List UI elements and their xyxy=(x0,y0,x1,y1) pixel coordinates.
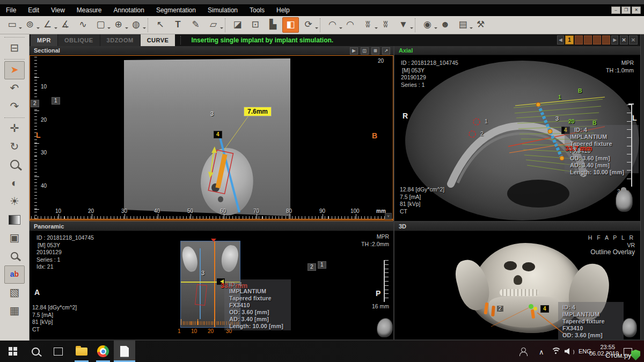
menu-tools[interactable]: Tools xyxy=(244,4,270,16)
teeth-auto-icon[interactable]: ʬ xyxy=(360,17,376,33)
report-icon[interactable]: ▤ xyxy=(455,17,471,33)
zoom-tool-icon[interactable] xyxy=(4,156,25,174)
pencil-draw-icon[interactable]: ✎ xyxy=(187,17,204,33)
file-explorer-button[interactable] xyxy=(71,341,92,362)
active-app-button[interactable] xyxy=(114,341,135,362)
grid-overlay-icon[interactable]: ⊕ xyxy=(110,17,127,33)
menu-file[interactable]: File xyxy=(0,4,22,16)
image-capture-select-icon[interactable]: ⊡ xyxy=(247,17,264,33)
implant-slot[interactable] xyxy=(575,35,583,45)
print-icon[interactable]: ⊟ xyxy=(4,39,25,57)
select-arrow-icon[interactable]: ↖ xyxy=(152,17,169,33)
capture-camera-icon[interactable]: ◉ xyxy=(419,17,436,33)
implant-number-tag[interactable]: 4 xyxy=(214,131,222,138)
tray-expand-chevron[interactable]: ∧ xyxy=(539,348,544,356)
start-button[interactable] xyxy=(2,341,24,362)
wifi-tray-button[interactable] xyxy=(551,348,560,356)
checker-layout-icon[interactable]: ▦ xyxy=(4,302,25,320)
shapes-annotation-icon[interactable]: ▱ xyxy=(205,17,222,33)
implant-badge-1[interactable]: 1 xyxy=(318,261,326,269)
axial-image[interactable]: ID : 20181218_104745 [M] 053Y 20190129 S… xyxy=(394,55,640,221)
marker-1[interactable]: 1 xyxy=(485,118,488,125)
rotate-layout-icon[interactable]: ⟳ xyxy=(300,17,317,33)
measurement-label[interactable]: 7.6mm xyxy=(244,107,272,116)
menu-edit[interactable]: Edit xyxy=(22,4,45,16)
menu-simulation[interactable]: Simulation xyxy=(202,4,244,16)
volume-tray-button[interactable] xyxy=(565,348,574,356)
memo-edit-icon[interactable]: ◪ xyxy=(229,17,246,33)
overlay-text-toggle-icon[interactable]: ab xyxy=(4,265,25,284)
implant-slot[interactable] xyxy=(584,35,592,45)
rotate-3d-icon[interactable]: ↻ xyxy=(4,138,25,156)
angle-tool-icon[interactable]: ∠ xyxy=(39,17,56,33)
roi-rectangle-icon[interactable]: ▢ xyxy=(92,17,109,33)
close-view-button[interactable]: ✕ xyxy=(620,35,628,45)
implant-badge-1[interactable]: 1 xyxy=(52,97,60,105)
dose-ma: 7.5 [mA] xyxy=(32,312,77,319)
sectional-image[interactable]: 10 20 30 40 10 20 30 40 50 60 70 80 90 1… xyxy=(30,55,393,221)
tab-3dzoom[interactable]: 3DZOOM xyxy=(100,34,141,46)
implant-prev-button[interactable]: ◀ xyxy=(557,35,564,45)
panoramic-image[interactable]: ID : 20181218_104745 [M] 053Y 20190129 S… xyxy=(30,231,393,339)
text-annotation-icon[interactable]: T xyxy=(170,17,186,33)
zoom-region-icon[interactable] xyxy=(4,247,25,265)
menu-segmentation[interactable]: Segmentation xyxy=(150,4,202,16)
curve-position-marker[interactable] xyxy=(211,239,216,245)
task-view-button[interactable] xyxy=(47,341,69,362)
pan-tool-icon[interactable]: ✛ xyxy=(4,120,25,138)
profile-graph-icon[interactable]: ∿ xyxy=(75,17,91,33)
marker-2[interactable]: 2 xyxy=(480,130,484,138)
restore-button[interactable]: ❐ xyxy=(621,6,631,14)
angle-3d-tool-icon[interactable]: ∡ xyxy=(57,17,74,33)
scale-ruler xyxy=(631,105,632,187)
windowing-gradient-icon[interactable] xyxy=(4,211,25,229)
teeth-manual-icon[interactable]: ʬ xyxy=(377,17,394,33)
implant-badge-2[interactable]: 2 xyxy=(308,263,316,271)
menu-annotation[interactable]: Annotation xyxy=(108,4,150,16)
implant-badge-2[interactable]: 2 xyxy=(497,306,503,312)
menu-view[interactable]: View xyxy=(45,4,71,16)
implant-number-tag[interactable]: 4 xyxy=(540,305,549,313)
implant-badge-2[interactable]: 2 xyxy=(31,100,39,107)
invert-icon[interactable]: ◐ xyxy=(4,174,25,193)
tab-curve[interactable]: CURVE xyxy=(141,34,175,46)
grid-icon[interactable]: ⊞ xyxy=(371,47,379,55)
redo-icon[interactable]: ↷ xyxy=(4,98,25,116)
scroll-down-button[interactable]: ∨ xyxy=(385,213,392,219)
tab-mpr[interactable]: MPR xyxy=(31,34,58,46)
implant-slot[interactable] xyxy=(593,35,601,45)
volume-measure-icon[interactable]: ◍ xyxy=(128,17,144,33)
implant-slot[interactable] xyxy=(602,35,610,45)
implant-slot-active[interactable]: 1 xyxy=(565,35,574,45)
tools-settings-icon[interactable]: ⚒ xyxy=(472,17,489,33)
clip-volume-icon[interactable]: ▣ xyxy=(4,229,25,247)
brightness-contrast-icon[interactable]: ☀ xyxy=(4,193,25,211)
capture-icon[interactable]: ◫ xyxy=(361,47,369,55)
tape-measure-icon[interactable]: ⊚ xyxy=(21,17,38,33)
threed-image[interactable]: H F A P L R VR Outline Overlay 2 4 ID: 4… xyxy=(394,231,640,339)
chrome-button[interactable] xyxy=(92,341,114,362)
pointer-tool-icon[interactable]: ➤ xyxy=(4,61,25,79)
close-button[interactable]: ✕ xyxy=(632,6,641,14)
tab-oblique[interactable]: OBLIQUE xyxy=(58,34,100,46)
people-tray-button[interactable] xyxy=(518,348,528,356)
undo-icon[interactable]: ↶ xyxy=(4,79,25,98)
cube-3d-icon[interactable]: ▧ xyxy=(4,284,25,302)
layout-toggle-icon[interactable]: ◧ xyxy=(282,17,299,33)
patient-info-icon[interactable]: ☻ xyxy=(437,17,453,33)
implant-tool-icon[interactable]: ▼ xyxy=(395,17,412,33)
histogram-panel-icon[interactable]: ▙ xyxy=(265,17,281,33)
ruler-tool-icon[interactable]: ▭ xyxy=(4,17,20,33)
arch-manual-icon[interactable]: ◠ xyxy=(342,17,358,33)
close-all-button[interactable]: ✕ xyxy=(629,35,638,45)
menu-help[interactable]: Help xyxy=(270,4,296,16)
implant-outline[interactable] xyxy=(195,284,207,306)
menu-measure[interactable]: Measure xyxy=(71,4,108,16)
expand-icon[interactable]: ↗ xyxy=(382,47,390,55)
minimize-button[interactable]: – xyxy=(611,6,620,14)
arch-curve-icon[interactable]: ◠ xyxy=(324,17,341,33)
section-position-line[interactable] xyxy=(214,241,215,327)
play-icon[interactable]: ▶ xyxy=(350,47,358,55)
taskbar-search-button[interactable] xyxy=(25,341,46,362)
implant-next-button[interactable]: ▶ xyxy=(611,35,618,45)
